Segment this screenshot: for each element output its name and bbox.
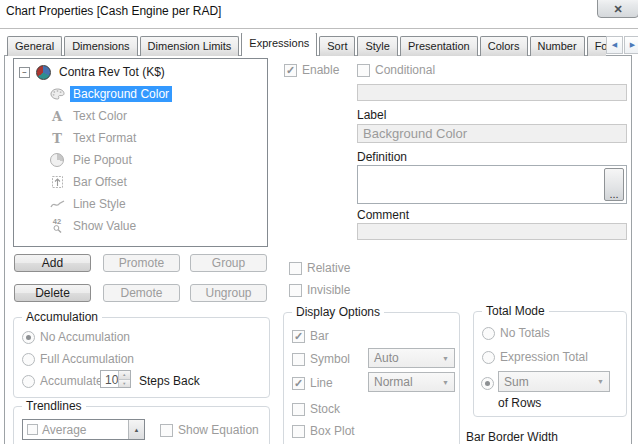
conditional-checkbox[interactable]: Conditional bbox=[357, 63, 435, 77]
tab-expressions[interactable]: Expressions bbox=[241, 33, 317, 56]
average-checkbox[interactable] bbox=[27, 424, 38, 435]
conditional-label: Conditional bbox=[375, 63, 435, 77]
checkbox-box: ✓ bbox=[292, 377, 305, 390]
steps-back-spinner[interactable]: 10 ▲ ▼ bbox=[100, 370, 131, 388]
line-style-icon bbox=[49, 197, 65, 212]
tree-item-pie-popout[interactable]: Pie Popout bbox=[49, 152, 135, 168]
tab-sort[interactable]: Sort bbox=[319, 36, 355, 56]
tab-dimensions[interactable]: Dimensions bbox=[64, 36, 137, 56]
tree-item-background-color[interactable]: Background Color bbox=[49, 86, 172, 102]
accumulate-radio[interactable]: Accumulate bbox=[22, 374, 103, 388]
aggregate-total-radio[interactable] bbox=[481, 377, 494, 390]
accumulate-label: Accumulate bbox=[40, 374, 103, 388]
tab-scroll-right-button[interactable]: ▶ bbox=[624, 36, 638, 54]
pie-chart-icon bbox=[35, 65, 51, 80]
steps-back-value: 10 bbox=[101, 371, 118, 387]
radio-dot bbox=[482, 351, 495, 364]
chevron-down-icon: ▼ bbox=[442, 379, 449, 386]
delete-button[interactable]: Delete bbox=[14, 284, 91, 302]
comment-caption: Comment bbox=[357, 208, 409, 222]
average-label: Average bbox=[42, 423, 86, 437]
collapse-toggle[interactable]: − bbox=[19, 67, 30, 78]
arrow-up-icon: ▲ bbox=[134, 427, 140, 433]
spinner-up-button[interactable]: ▲ bbox=[119, 371, 130, 380]
tree-root-item[interactable]: − Contra Rev Tot (K$) bbox=[19, 64, 168, 80]
line-combo-value: Normal bbox=[374, 375, 413, 389]
radio-dot bbox=[482, 327, 495, 340]
tree-item-show-value[interactable]: 42 Show Value bbox=[49, 218, 139, 234]
no-accumulation-label: No Accumulation bbox=[40, 330, 130, 344]
group-button[interactable]: Group bbox=[190, 254, 267, 272]
definition-input[interactable]: ... bbox=[357, 165, 627, 204]
palette-icon bbox=[49, 87, 65, 102]
label-caption: Label bbox=[357, 108, 386, 122]
full-accumulation-radio[interactable]: Full Accumulation bbox=[22, 352, 134, 366]
close-button[interactable]: ✕ bbox=[597, 0, 638, 18]
comment-input[interactable] bbox=[357, 223, 627, 240]
ungroup-button[interactable]: Ungroup bbox=[190, 284, 267, 302]
conditional-input[interactable] bbox=[357, 84, 627, 101]
line-checkbox[interactable]: ✓ Line bbox=[292, 376, 333, 390]
tab-font[interactable]: Font bbox=[587, 36, 606, 56]
demote-button[interactable]: Demote bbox=[103, 284, 180, 302]
window-title: Chart Properties [Cash Engine per RAD] bbox=[6, 4, 221, 18]
stock-checkbox[interactable]: Stock bbox=[292, 402, 340, 416]
radio-dot bbox=[22, 353, 35, 366]
tab-style[interactable]: Style bbox=[357, 36, 397, 56]
of-rows-label: of Rows bbox=[498, 396, 541, 410]
enable-checkbox[interactable]: ✓ Enable bbox=[284, 63, 339, 77]
box-plot-checkbox[interactable]: Box Plot bbox=[292, 424, 355, 438]
tab-number[interactable]: Number bbox=[530, 36, 585, 56]
tab-dimension-limits[interactable]: Dimension Limits bbox=[140, 36, 240, 56]
expression-tree: − Contra Rev Tot (K$) Background Color A… bbox=[13, 58, 268, 247]
invisible-label: Invisible bbox=[307, 283, 350, 297]
tree-item-label: Bar Offset bbox=[70, 174, 130, 190]
tree-item-label: Text Color bbox=[70, 108, 130, 124]
promote-button[interactable]: Promote bbox=[103, 254, 180, 272]
relative-label: Relative bbox=[307, 261, 350, 275]
no-totals-radio[interactable]: No Totals bbox=[482, 326, 550, 340]
total-aggregate-combo[interactable]: Sum ▼ bbox=[498, 371, 610, 392]
show-value-icon: 42 bbox=[49, 219, 65, 234]
symbol-checkbox[interactable]: Symbol bbox=[292, 352, 350, 366]
bar-checkbox[interactable]: ✓ Bar bbox=[292, 329, 329, 343]
arrow-up-icon: ▲ bbox=[123, 373, 127, 378]
tab-colors[interactable]: Colors bbox=[480, 36, 528, 56]
trendlines-list[interactable]: Average ▲ bbox=[22, 419, 145, 440]
no-accumulation-radio[interactable]: No Accumulation bbox=[22, 330, 130, 344]
definition-browse-button[interactable]: ... bbox=[604, 168, 624, 201]
text-color-icon: A bbox=[49, 109, 65, 124]
tree-item-text-color[interactable]: A Text Color bbox=[49, 108, 130, 124]
add-button[interactable]: Add bbox=[14, 254, 91, 272]
enable-label: Enable bbox=[302, 63, 339, 77]
symbol-label: Symbol bbox=[310, 352, 350, 366]
checkbox-box bbox=[357, 64, 370, 77]
tab-general[interactable]: General bbox=[7, 36, 62, 56]
symbol-combo-value: Auto bbox=[374, 351, 399, 365]
tree-item-text-format[interactable]: T Text Format bbox=[49, 130, 139, 146]
checkbox-box: ✓ bbox=[284, 64, 297, 77]
tree-item-line-style[interactable]: Line Style bbox=[49, 196, 129, 212]
expression-total-radio[interactable]: Expression Total bbox=[482, 350, 588, 364]
ellipsis-icon: ... bbox=[609, 188, 618, 200]
symbol-combo[interactable]: Auto ▼ bbox=[368, 348, 455, 368]
checkbox-box: ✓ bbox=[292, 330, 305, 343]
label-input[interactable]: Background Color bbox=[357, 124, 627, 143]
invisible-checkbox[interactable]: Invisible bbox=[289, 283, 350, 297]
tree-item-label: Text Format bbox=[70, 130, 139, 146]
checkbox-box bbox=[292, 425, 305, 438]
arrow-right-icon: ▶ bbox=[630, 41, 635, 49]
tab-presentation[interactable]: Presentation bbox=[400, 36, 478, 56]
close-icon: ✕ bbox=[613, 1, 622, 17]
spinner-down-button[interactable]: ▼ bbox=[119, 380, 130, 388]
tab-scroll-left-button[interactable]: ◀ bbox=[606, 36, 623, 54]
line-label: Line bbox=[310, 376, 333, 390]
relative-checkbox[interactable]: Relative bbox=[289, 261, 350, 275]
show-equation-checkbox[interactable]: Show Equation bbox=[160, 423, 259, 437]
trendlines-title: Trendlines bbox=[22, 399, 86, 413]
tree-item-bar-offset[interactable]: Bar Offset bbox=[49, 174, 130, 190]
pie-popout-icon bbox=[49, 153, 65, 168]
definition-caption: Definition bbox=[357, 150, 407, 164]
line-combo[interactable]: Normal ▼ bbox=[368, 372, 455, 392]
scroll-up-button[interactable]: ▲ bbox=[128, 420, 144, 439]
